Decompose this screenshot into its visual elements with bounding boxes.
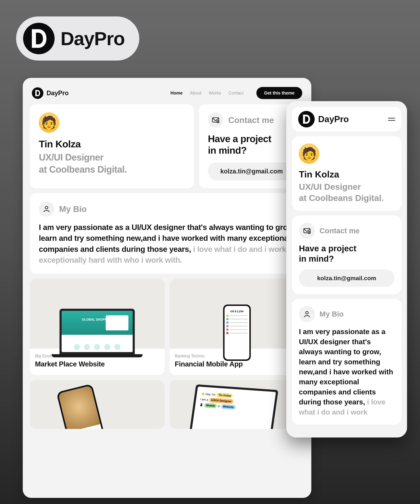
brand-name: DayPro — [47, 90, 69, 97]
avatar: 🧑 — [39, 112, 59, 133]
get-theme-button[interactable]: Get this theme — [256, 87, 302, 99]
work-thumb: GLOBAL SHOPPING — [30, 279, 165, 348]
profile-card: 🧑 Tin Kolza UX/UI Designer at Coolbeans … — [30, 104, 194, 188]
contact-email-pill[interactable]: kolza.tin@gmail.com — [299, 270, 395, 287]
contact-headline-l1: Have a project — [299, 244, 356, 253]
work-title: Financial Mobile App — [175, 360, 299, 368]
profile-role: UX/UI Designer — [299, 181, 395, 192]
work-thumb: Jaru korean Restaurant — [30, 380, 165, 429]
bio-section-label: My Bio — [59, 204, 87, 214]
works-grid: GLOBAL SHOPPING Big Ecomemrce Market Pla… — [30, 279, 304, 429]
phone-amount: US $ 1,234 — [226, 310, 248, 313]
bio-card: My Bio I am very passionate as a UI/UX d… — [30, 193, 304, 274]
mail-icon — [208, 112, 223, 128]
mobile-profile-card: 🧑 Tin Kolza UX/UI Designer at Coolbeans … — [292, 136, 402, 211]
logo-d-glyph — [30, 28, 48, 49]
contact-headline-l1: Have a project — [208, 133, 271, 144]
tilted-laptop-mock: 👋 Hey, I'm Tin Kolza I am a UX/UI Design… — [188, 384, 278, 429]
contact-section-label: Contact me — [319, 227, 360, 235]
work-thumb: 👋 Hey, I'm Tin Kolza I am a UX/UI Design… — [170, 380, 305, 429]
mobile-header: DayPro — [292, 107, 402, 132]
nav-works[interactable]: Works — [209, 90, 221, 96]
logo-disc — [23, 23, 55, 54]
nav-contact[interactable]: Contact — [228, 90, 243, 96]
mobile-bio-card: My Bio I am very passionate as a UI/UX d… — [292, 299, 402, 425]
brand-logo-disc — [32, 87, 43, 99]
brand-name: DayPro — [318, 114, 349, 124]
tl-mobile: Mobile — [204, 403, 217, 408]
bio-text: I am very passionate as a UI/UX designer… — [299, 327, 395, 417]
product-logo-pill: DayPro — [16, 17, 139, 60]
tl-greet: Hey, I'm — [205, 393, 216, 396]
work-thumb: US $ 1,234 — [170, 279, 305, 348]
contact-headline: Have a project in mind? — [299, 243, 395, 264]
mobile-brand[interactable]: DayPro — [298, 111, 349, 127]
profile-name: Tin Kolza — [39, 138, 185, 150]
tl-amp: & — [218, 405, 220, 408]
logo-text: DayPro — [60, 28, 125, 49]
contact-headline-l2: in mind? — [299, 254, 334, 263]
svg-point-2 — [45, 206, 48, 209]
work-title: Market Place Website — [35, 360, 159, 368]
menu-icon[interactable] — [388, 118, 395, 121]
tl-name: Tin Kolza — [216, 393, 233, 398]
contact-email-pill[interactable]: kolza.tin@gmail.com — [208, 162, 295, 180]
brand[interactable]: DayPro — [32, 87, 69, 99]
nav-home[interactable]: Home — [170, 90, 183, 96]
profile-role: UX/UI Designer — [39, 151, 185, 163]
contact-headline-l2: in mind? — [208, 145, 246, 156]
bio-main: I am very passionate as a UI/UX designer… — [299, 328, 393, 406]
laptop-mock: GLOBAL SHOPPING — [60, 309, 135, 357]
person-icon — [39, 201, 54, 217]
mobile-contact-card: Contact me Have a project in mind? kolza… — [292, 216, 402, 294]
contact-section-label: Contact me — [228, 115, 274, 125]
mobile-preview-frame: DayPro 🧑 Tin Kolza UX/UI Designer at Coo… — [286, 101, 407, 438]
work-card-marketplace[interactable]: GLOBAL SHOPPING Big Ecomemrce Market Pla… — [30, 279, 165, 375]
contact-email: kolza.tin@gmail.com — [220, 168, 283, 175]
profile-company: at Coolbeans Digital. — [299, 192, 395, 204]
brand-logo-disc — [298, 111, 315, 127]
person-icon — [299, 306, 315, 322]
site-header: DayPro Home About Works Contact Get this… — [30, 85, 304, 104]
contact-headline: Have a project in mind? — [208, 133, 295, 156]
tl-web: Website — [221, 404, 236, 409]
work-card-financial[interactable]: US $ 1,234 Banking Techno Financial Mobi… — [170, 279, 305, 375]
tl-iam: I am a — [200, 398, 208, 401]
avatar: 🧑 — [299, 144, 319, 164]
contact-email: kolza.tin@gmail.com — [317, 275, 376, 281]
desktop-preview-frame: DayPro Home About Works Contact Get this… — [23, 78, 311, 498]
nav-about[interactable]: About — [190, 90, 201, 96]
profile-name: Tin Kolza — [299, 169, 395, 180]
svg-point-5 — [306, 312, 308, 314]
work-card-portfolio[interactable]: 👋 Hey, I'm Tin Kolza I am a UX/UI Design… — [170, 380, 305, 429]
primary-nav: Home About Works Contact Get this theme — [170, 87, 302, 99]
mail-icon — [299, 223, 315, 239]
profile-company: at Coolbeans Digital. — [39, 163, 185, 175]
phone-mock: US $ 1,234 — [223, 305, 251, 361]
work-card-restaurant[interactable]: Jaru korean Restaurant — [30, 380, 165, 429]
tilted-phone-mock: Jaru korean Restaurant — [56, 384, 110, 429]
bio-text: I am very passionate as a UI/UX designer… — [39, 222, 295, 266]
bio-section-label: My Bio — [319, 310, 344, 318]
